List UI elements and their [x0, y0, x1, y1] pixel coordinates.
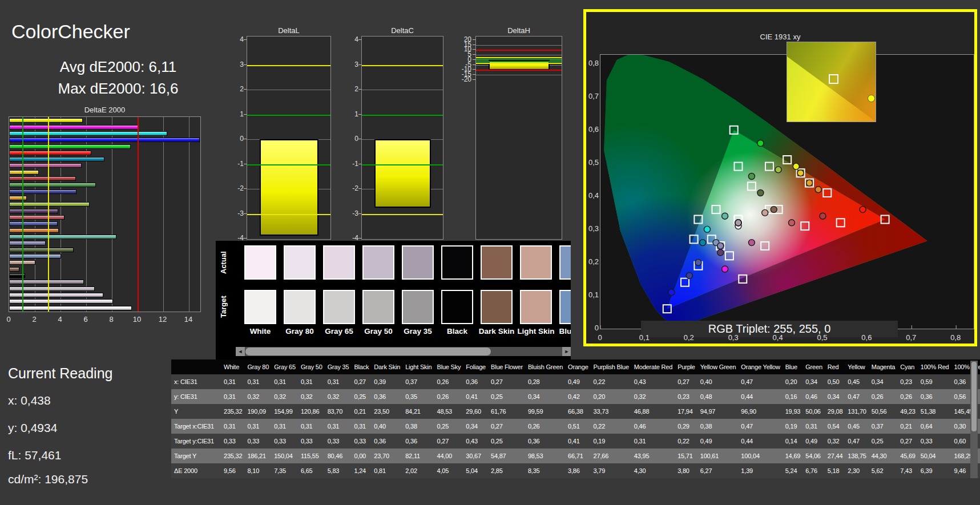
reference-line — [138, 117, 139, 312]
table-cell: 0,34 — [825, 389, 845, 404]
cie-x-tick-label: 0,6 — [857, 333, 876, 342]
table-cell: 44,00 — [434, 449, 463, 463]
deltae-bar-moderate-red — [9, 215, 64, 220]
tick-mark — [473, 45, 475, 45]
table-cell: 0,27 — [488, 419, 525, 434]
x-tick-label: 12 — [156, 315, 169, 324]
column-header: Red — [825, 359, 845, 374]
row-label: Target y:CIE31 — [171, 434, 221, 449]
table-cell: 14,69 — [783, 449, 803, 463]
reference-line — [247, 115, 330, 116]
table-cell: 6,76 — [802, 463, 825, 478]
table-cell: 50,06 — [802, 404, 825, 419]
actual-swatch-blue-sky — [559, 245, 571, 280]
table-cell: 0,64 — [918, 419, 951, 434]
table-cell: 5,04 — [463, 463, 488, 478]
measured-point-yellow-green — [775, 167, 781, 173]
x-tick-label: 6 — [79, 315, 92, 324]
deltal-bar — [260, 139, 318, 236]
x-tick-label: 10 — [131, 315, 143, 324]
table-cell: 17,94 — [675, 404, 697, 419]
table-cell: 82,11 — [402, 449, 434, 463]
table-cell: 50,04 — [918, 449, 951, 463]
deltae-bar-100-green — [9, 144, 131, 149]
tick-mark — [358, 139, 361, 139]
column-header: Yellow — [845, 359, 868, 374]
y-tick-label: 3 — [342, 60, 358, 68]
deltae2000-plot-area — [9, 116, 201, 312]
tick-mark — [358, 89, 361, 90]
table-cell: 0,33 — [325, 434, 352, 449]
table-cell: 0,33 — [221, 434, 244, 449]
deltae-bar-foliage — [9, 248, 74, 252]
table-cell: 83,70 — [325, 404, 352, 419]
column-header: Orange — [565, 359, 591, 374]
tick-mark — [358, 213, 361, 214]
target-swatch-gray-80 — [284, 290, 316, 324]
cie-y-tick-label: 0,2 — [586, 257, 599, 266]
swatch-scroll-left-button[interactable]: ◄ — [236, 347, 245, 356]
deltae-bar-gray-65 — [9, 293, 103, 297]
table-cell: 0,36 — [918, 389, 951, 404]
inset-measured-dot — [868, 95, 875, 102]
table-cell: 30,67 — [463, 449, 488, 463]
reference-line — [476, 61, 562, 62]
measured-point-red — [820, 213, 826, 219]
deltae-bar-dark-skin — [9, 267, 19, 272]
measured-point-purple — [717, 249, 724, 256]
table-cell: 0,47 — [738, 374, 782, 389]
swatch-scrollbar-track[interactable] — [245, 347, 562, 356]
y-tick-label: 3 — [228, 60, 244, 68]
y-tick-label: 2 — [228, 85, 244, 93]
deltae2000-chart: DeltaE 2000 02468101214 — [9, 106, 201, 352]
table-cell: 2,85 — [488, 463, 525, 478]
table-scrollbar-thumb[interactable] — [971, 362, 977, 431]
gridline — [247, 90, 330, 90]
table-cell: 5,62 — [869, 463, 897, 478]
measurement-table: WhiteGray 80Gray 65Gray 50Gray 35BlackDa… — [171, 359, 980, 478]
table-cell: 0,34 — [802, 374, 825, 389]
swatch-scroll-right-button[interactable]: ► — [562, 347, 571, 356]
cie-x-tick-label: 0,8 — [946, 333, 965, 342]
deltae-bar-purple — [9, 209, 58, 213]
tick-mark — [358, 188, 361, 189]
actual-row-label: Actual — [219, 245, 228, 280]
swatch-scrollbar-thumb[interactable] — [245, 348, 491, 355]
table-cell: 120,86 — [298, 404, 325, 419]
column-header: Dark Skin — [371, 359, 402, 374]
column-header: Green — [802, 359, 825, 374]
table-cell: 0,36 — [402, 434, 434, 449]
table-cell: 0,51 — [565, 419, 591, 434]
table-cell: 0,46 — [802, 389, 825, 404]
reference-line — [22, 117, 23, 312]
measured-point-gray-35 — [735, 220, 741, 226]
table-cell: 154,99 — [271, 404, 298, 419]
measured-point-orange-yellow — [806, 180, 813, 186]
table-cell: 0,27 — [675, 374, 697, 389]
cie-chart-title: CIE 1931 xy — [586, 33, 974, 41]
column-header: Purplish Blue — [591, 359, 631, 374]
measured-point-100-red — [860, 207, 866, 213]
actual-swatch-dark-skin — [481, 245, 513, 280]
table-cell: 4,05 — [434, 463, 463, 478]
table-cell: 100,61 — [697, 449, 739, 463]
cie-y-tick-label: 0,7 — [586, 92, 599, 100]
table-cell: 29,08 — [825, 404, 845, 419]
deltae-bar-blue-flower — [9, 241, 46, 245]
table-cell: 115,55 — [298, 449, 325, 463]
target-row-label: Target — [219, 290, 228, 324]
table-cell: 0,81 — [371, 463, 402, 478]
table-cell: 0,31 — [351, 419, 371, 434]
deltac-plot-area — [361, 36, 443, 240]
table-cell: 4,30 — [631, 463, 675, 478]
table-cell: 2,02 — [402, 463, 434, 478]
table-cell: 0,34 — [463, 419, 488, 434]
table-scrollbar-track[interactable] — [970, 361, 978, 478]
measured-point-100-magenta — [722, 266, 728, 272]
gridline — [476, 75, 562, 75]
cie-x-tick-label: 0,5 — [813, 333, 832, 342]
table-cell: 0,46 — [631, 419, 675, 434]
deltae-bar-yellow-green — [9, 202, 90, 207]
y-tick-label: -2 — [228, 184, 244, 192]
table-row: y: CIE310,310,320,320,320,320,250,360,35… — [171, 389, 980, 404]
